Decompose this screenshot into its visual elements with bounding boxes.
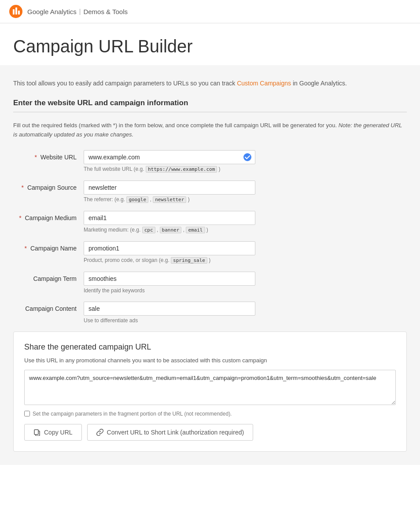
svg-rect-2 [15, 7, 17, 15]
campaign-term-label: Campaign Term [13, 272, 84, 282]
share-box-desc: Use this URL in any promotional channels… [24, 357, 396, 364]
link-icon [96, 429, 103, 436]
campaign-name-input-col: Product, promo code, or slogan (e.g. spr… [84, 241, 407, 264]
intro-paragraph: This tool allows you to easily add campa… [13, 78, 407, 88]
content-area: This tool allows you to easily add campa… [0, 65, 420, 465]
section-heading: Enter the website URL and campaign infor… [13, 99, 407, 112]
copy-icon [33, 429, 41, 436]
campaign-source-hint: The referrer: (e.g. google , newsletter … [84, 196, 407, 203]
check-icon [243, 153, 252, 162]
hint-code-cpc: cpc [142, 227, 155, 233]
convert-url-label: Convert URL to Short Link (authorization… [107, 429, 244, 436]
website-url-input[interactable] [84, 150, 255, 164]
hint-code-spring-sale: spring_sale [171, 257, 207, 264]
website-url-row: * Website URL The full website URL (e.g.… [13, 150, 407, 173]
hint-code-newsletter: newsletter [153, 196, 186, 203]
intro-after-link: in Google Analytics. [291, 80, 347, 87]
required-star-name: * [25, 245, 27, 252]
campaign-medium-row: * Campaign Medium Marketing medium: (e.g… [13, 211, 407, 233]
hint-code-google: google [126, 196, 148, 203]
website-url-input-col: The full website URL (e.g. https://www.e… [84, 150, 407, 173]
campaign-source-label-text: Campaign Source [27, 184, 77, 191]
campaign-name-input[interactable] [84, 241, 255, 255]
svg-rect-6 [34, 430, 38, 435]
website-url-label: * Website URL [13, 150, 84, 161]
campaign-medium-input[interactable] [84, 211, 255, 225]
campaign-content-row: Campaign Content Use to differentiate ad… [13, 302, 407, 324]
page-title: Campaign URL Builder [13, 37, 407, 56]
copy-url-label: Copy URL [44, 429, 73, 436]
fragment-label: Set the campaign parameters in the fragm… [33, 411, 232, 417]
page-title-area: Campaign URL Builder [0, 23, 420, 65]
required-star-medium: * [19, 214, 21, 221]
required-star-website: * [34, 154, 37, 161]
website-url-label-text: Website URL [41, 154, 77, 161]
header-sub-name: Demos & Tools [83, 8, 128, 15]
campaign-content-hint: Use to differentiate ads [84, 317, 407, 324]
campaign-term-input[interactable] [84, 272, 255, 286]
share-box: Share the generated campaign URL Use thi… [13, 332, 407, 452]
campaign-name-label-text: Campaign Name [30, 245, 77, 252]
website-url-hint: The full website URL (e.g. https://www.e… [84, 166, 407, 173]
website-url-hint-code: https://www.example.com [146, 166, 217, 173]
intro-before-link: This tool allows you to easily add campa… [13, 80, 237, 87]
website-url-wrapper [84, 150, 255, 164]
hint-code-banner: banner [160, 227, 182, 233]
svg-rect-1 [13, 9, 15, 15]
svg-rect-3 [18, 11, 20, 15]
campaign-source-input-col: The referrer: (e.g. google , newsletter … [84, 180, 407, 203]
share-box-title: Share the generated campaign URL [24, 343, 396, 352]
campaign-term-row: Campaign Term Identify the paid keywords [13, 272, 407, 294]
campaign-name-label: * Campaign Name [13, 241, 84, 252]
fragment-checkbox[interactable] [24, 411, 30, 416]
campaign-term-hint: Identify the paid keywords [84, 287, 407, 294]
fragment-checkbox-row: Set the campaign parameters in the fragm… [24, 411, 396, 417]
campaign-source-label: * Campaign Source [13, 180, 84, 191]
copy-url-button[interactable]: Copy URL [24, 424, 82, 441]
action-buttons: Copy URL Convert URL to Short Link (auth… [24, 424, 396, 441]
custom-campaigns-link[interactable]: Custom Campaigns [237, 80, 291, 87]
campaign-content-label-text: Campaign Content [25, 305, 77, 312]
campaign-name-hint: Product, promo code, or slogan (e.g. spr… [84, 257, 407, 264]
campaign-medium-hint: Marketing medium: (e.g. cpc , banner , e… [84, 227, 407, 233]
campaign-medium-label: * Campaign Medium [13, 211, 84, 221]
campaign-medium-input-col: Marketing medium: (e.g. cpc , banner , e… [84, 211, 407, 233]
campaign-term-label-text: Campaign Term [33, 275, 77, 282]
generated-url-textarea[interactable]: www.example.com?utm_source=newsletter&ut… [24, 370, 396, 405]
campaign-term-input-col: Identify the paid keywords [84, 272, 407, 294]
campaign-source-input[interactable] [84, 180, 255, 195]
campaign-name-row: * Campaign Name Product, promo code, or … [13, 241, 407, 264]
campaign-content-input[interactable] [84, 302, 255, 316]
campaign-medium-label-text: Campaign Medium [25, 214, 77, 221]
svg-point-4 [243, 153, 251, 161]
campaign-source-row: * Campaign Source The referrer: (e.g. go… [13, 180, 407, 203]
form-description: Fill out the required fields (marked wit… [13, 121, 407, 140]
campaign-content-label: Campaign Content [13, 302, 84, 312]
header: Google Analytics | Demos & Tools [0, 0, 420, 23]
required-star-source: * [22, 184, 24, 191]
hint-code-email: email [186, 227, 205, 233]
form-desc-main: Fill out the required fields (marked wit… [13, 122, 339, 129]
convert-url-button[interactable]: Convert URL to Short Link (authorization… [87, 424, 254, 441]
campaign-content-input-col: Use to differentiate ads [84, 302, 407, 324]
header-app-name: Google Analytics [27, 8, 77, 15]
header-divider: | [79, 8, 81, 15]
ga-logo [9, 4, 23, 18]
